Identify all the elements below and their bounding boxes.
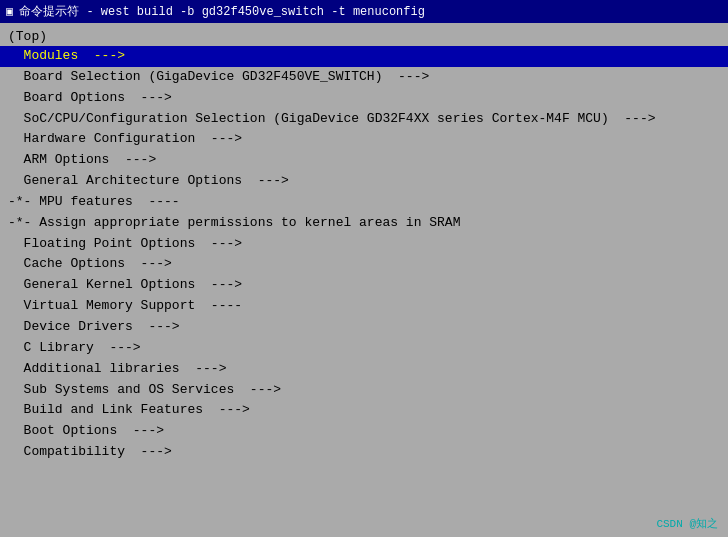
menu-item-virtual-memory[interactable]: Virtual Memory Support ----	[0, 296, 728, 317]
menu-item-build-link[interactable]: Build and Link Features --->	[0, 400, 728, 421]
menu-item-modules[interactable]: Modules --->	[0, 46, 728, 67]
menu-item-subsystems[interactable]: Sub Systems and OS Services --->	[0, 380, 728, 401]
menu-item-assign-permissions[interactable]: -*- Assign appropriate permissions to ke…	[0, 213, 728, 234]
menu-item-device-drivers[interactable]: Device Drivers --->	[0, 317, 728, 338]
menu-item-general-kernel[interactable]: General Kernel Options --->	[0, 275, 728, 296]
menu-item-floating-point[interactable]: Floating Point Options --->	[0, 234, 728, 255]
main-content: (Top) Modules ---> Board Selection (Giga…	[0, 23, 728, 537]
menu-item-hardware-config[interactable]: Hardware Configuration --->	[0, 129, 728, 150]
menu-item-board-options[interactable]: Board Options --->	[0, 88, 728, 109]
menu-item-boot-options[interactable]: Boot Options --->	[0, 421, 728, 442]
title-text: 命令提示符 - west build -b gd32f450ve_switch …	[19, 3, 425, 20]
menu-item-soc-cpu[interactable]: SoC/CPU/Configuration Selection (GigaDev…	[0, 109, 728, 130]
menu-item-mpu-features[interactable]: -*- MPU features ----	[0, 192, 728, 213]
title-bar: ▣ 命令提示符 - west build -b gd32f450ve_switc…	[0, 0, 728, 23]
watermark: CSDN @知之	[656, 516, 718, 531]
menu-item-compatibility[interactable]: Compatibility --->	[0, 442, 728, 463]
menu-item-additional-libs[interactable]: Additional libraries --->	[0, 359, 728, 380]
menu-item-board-selection[interactable]: Board Selection (GigaDevice GD32F450VE_S…	[0, 67, 728, 88]
menu-list[interactable]: Modules ---> Board Selection (GigaDevice…	[0, 46, 728, 463]
top-label: (Top)	[0, 27, 728, 46]
menu-item-arm-options[interactable]: ARM Options --->	[0, 150, 728, 171]
menu-item-cache-options[interactable]: Cache Options --->	[0, 254, 728, 275]
title-icon: ▣	[6, 4, 13, 19]
menu-item-general-arch[interactable]: General Architecture Options --->	[0, 171, 728, 192]
menu-item-c-library[interactable]: C Library --->	[0, 338, 728, 359]
